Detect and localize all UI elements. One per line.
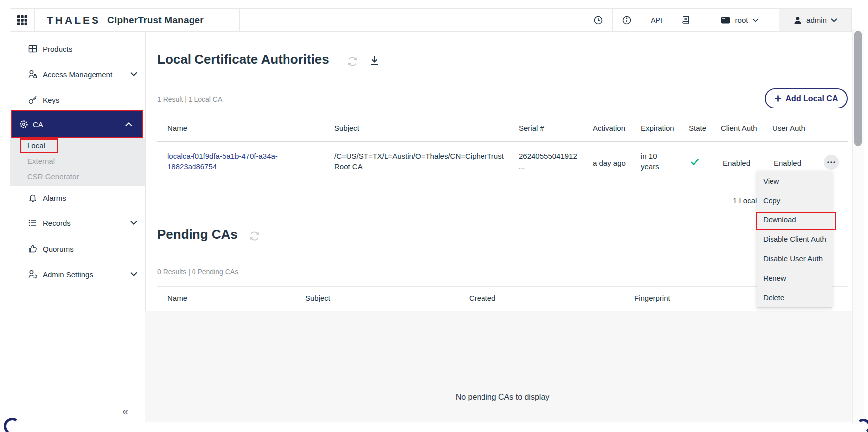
user-label: admin xyxy=(806,16,827,24)
sidebar-item-records[interactable]: Records xyxy=(10,211,145,235)
recent-activity-button[interactable] xyxy=(584,9,612,31)
chevron-down-icon xyxy=(130,272,137,277)
menu-item-disable-user-auth[interactable]: Disable User Auth xyxy=(757,249,832,268)
product-name: CipherTrust Manager xyxy=(107,15,204,26)
bell-icon xyxy=(28,193,38,203)
grid-menu-icon xyxy=(17,15,28,26)
book-icon xyxy=(680,15,691,26)
sidebar-item-label: Alarms xyxy=(43,194,66,202)
column-header-expiration: Expiration xyxy=(641,124,674,132)
add-local-ca-label: Add Local CA xyxy=(786,94,838,103)
table-top-border xyxy=(157,116,848,116)
menu-item-delete[interactable]: Delete xyxy=(757,288,832,307)
sidebar-footer-divider xyxy=(10,397,145,397)
thales-wordmark: THALES xyxy=(47,14,100,26)
sidebar-item-label: Keys xyxy=(43,96,59,104)
pending-cas-title: Pending CAs xyxy=(157,227,238,242)
pending-empty-message: No pending CAs to display xyxy=(157,393,848,402)
sidebar-subitem-external[interactable]: External xyxy=(10,153,145,169)
column-header-serial: Serial # xyxy=(519,124,544,132)
menu-item-copy[interactable]: Copy xyxy=(757,191,832,210)
ca-client-auth-cell: Enabled xyxy=(723,158,750,168)
column-header-subject: Subject xyxy=(334,124,359,132)
pending-column-subject: Subject xyxy=(305,294,330,302)
menu-item-renew[interactable]: Renew xyxy=(757,268,832,288)
column-header-client-auth: Client Auth xyxy=(721,124,757,132)
ca-user-auth-cell: Enabled xyxy=(774,158,801,168)
refresh-icon[interactable] xyxy=(249,230,260,242)
sidebar-item-label: Admin Settings xyxy=(43,270,93,279)
menu-item-download[interactable]: Download xyxy=(757,210,832,229)
chevron-down-icon xyxy=(752,18,759,22)
bottom-left-arc-decor xyxy=(2,416,22,432)
ca-name-link[interactable]: localca-f01f9dfa-5a1b-470f-a34a-18823ad8… xyxy=(167,151,316,172)
user-menu[interactable]: admin xyxy=(779,9,851,31)
column-header-name: Name xyxy=(167,124,187,132)
sidebar-item-label: Access Management xyxy=(43,70,112,79)
certificate-seal-icon xyxy=(19,119,29,129)
thumbs-up-icon xyxy=(28,244,38,254)
sidebar-item-alarms[interactable]: Alarms xyxy=(10,185,145,210)
top-bar-spacer xyxy=(239,9,584,31)
key-icon xyxy=(28,95,38,105)
pending-column-created: Created xyxy=(469,294,495,302)
sidebar-item-ca[interactable]: CA xyxy=(12,111,142,137)
products-grid-icon xyxy=(28,44,38,54)
ca-submenu: Local External CSR Generator xyxy=(10,138,145,186)
chevron-down-icon xyxy=(130,221,137,225)
clock-icon xyxy=(593,15,604,26)
sidebar-collapse-button[interactable]: « xyxy=(122,406,128,417)
user-icon xyxy=(793,16,802,25)
menu-item-view[interactable]: View xyxy=(757,171,832,191)
ca-activation-cell: a day ago xyxy=(593,158,626,168)
domain-icon xyxy=(721,16,731,25)
state-check-icon xyxy=(690,158,699,166)
download-icon[interactable] xyxy=(369,55,380,67)
brand-logo[interactable]: THALES CipherTrust Manager xyxy=(34,9,239,31)
pending-results-summary: 0 Results | 0 Pending CAs xyxy=(157,268,238,276)
sidebar-item-quorums[interactable]: Quorums xyxy=(10,236,145,261)
chevron-up-icon xyxy=(125,122,132,126)
sidebar-item-keys[interactable]: Keys xyxy=(10,87,145,112)
ca-serial-cell: 26240555041912 ... xyxy=(519,151,578,172)
row-actions-menu: View Copy Download Disable Client Auth D… xyxy=(757,171,832,308)
column-header-activation: Activation xyxy=(593,124,625,132)
chevron-down-icon xyxy=(130,72,137,77)
list-icon xyxy=(28,218,38,228)
info-button[interactable] xyxy=(612,9,641,31)
user-lock-icon xyxy=(28,69,38,79)
pending-column-name: Name xyxy=(167,294,187,302)
pending-empty-area xyxy=(145,311,852,422)
column-header-user-auth: User Auth xyxy=(772,124,805,132)
sidebar-item-products[interactable]: Products xyxy=(10,36,145,61)
pending-table-top-border xyxy=(157,286,848,287)
plus-icon xyxy=(774,95,782,102)
ellipsis-icon xyxy=(827,161,835,163)
add-local-ca-button[interactable]: Add Local CA xyxy=(765,88,848,108)
domain-label: root xyxy=(735,16,748,24)
sidebar-item-label: Products xyxy=(43,45,72,53)
column-header-state: State xyxy=(689,124,706,132)
page-title: Local Certificate Authorities xyxy=(157,52,329,67)
sidebar-item-label: Quorums xyxy=(43,245,74,253)
row-actions-button[interactable] xyxy=(824,155,839,170)
app-launcher-button[interactable] xyxy=(10,9,34,31)
top-bar: THALES CipherTrust Manager API xyxy=(10,8,852,32)
api-link[interactable]: API xyxy=(641,9,672,31)
sidebar-item-access-management[interactable]: Access Management xyxy=(10,62,145,87)
sidebar-item-label: CA xyxy=(33,120,43,128)
menu-item-disable-client-auth[interactable]: Disable Client Auth xyxy=(757,229,832,249)
docs-button[interactable] xyxy=(672,9,700,31)
refresh-icon[interactable] xyxy=(347,56,358,67)
ca-subject-cell: /C=US/ST=TX/L=Austin/O=Thales/CN=CipherT… xyxy=(334,151,506,172)
domain-selector[interactable]: root xyxy=(700,9,779,31)
scrollbar-thumb[interactable] xyxy=(854,31,862,146)
results-summary: 1 Result | 1 Local CA xyxy=(157,95,222,103)
chevron-down-icon xyxy=(831,18,837,22)
sidebar-item-admin-settings[interactable]: Admin Settings xyxy=(10,262,145,287)
sidebar-subitem-local[interactable]: Local xyxy=(10,138,145,153)
user-gear-icon xyxy=(28,269,38,279)
table-row-border xyxy=(157,182,848,182)
info-icon xyxy=(621,15,632,26)
sidebar-subitem-csr-generator[interactable]: CSR Generator xyxy=(10,169,145,184)
